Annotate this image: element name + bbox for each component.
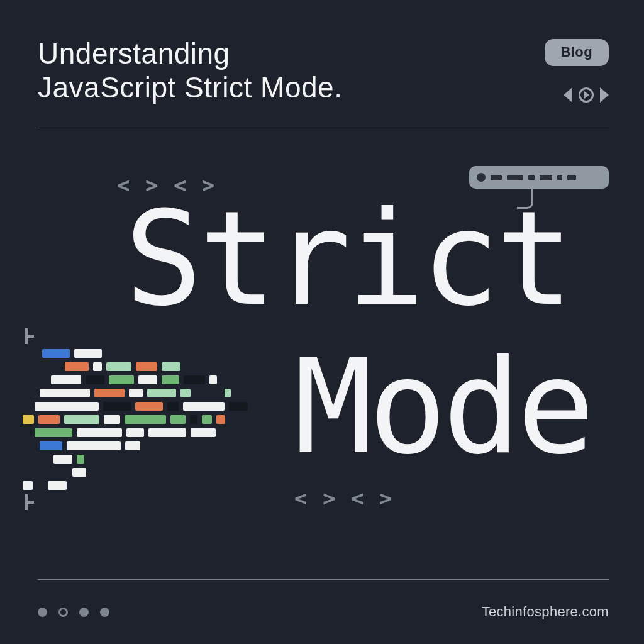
code-row [23, 389, 280, 397]
code-token [77, 455, 84, 464]
code-token [136, 362, 157, 371]
play-icon[interactable] [579, 87, 594, 103]
code-token [104, 415, 120, 424]
code-token [74, 349, 102, 358]
blog-hero-card: Understanding JavaScript Strict Mode. Bl… [0, 0, 644, 644]
code-token [191, 428, 216, 437]
code-token [48, 481, 67, 490]
code-token [38, 415, 60, 424]
code-token [147, 389, 176, 397]
category-pill[interactable]: Blog [545, 39, 609, 66]
pagination-dots [38, 608, 109, 617]
code-token [125, 415, 166, 424]
code-row [23, 349, 280, 358]
code-token [37, 481, 43, 490]
code-token [35, 428, 72, 437]
dot-icon[interactable] [79, 608, 89, 617]
code-row [23, 415, 280, 424]
code-token [23, 375, 47, 384]
bracket-glyph-icon [25, 494, 28, 510]
code-token [86, 375, 104, 384]
code-token [202, 415, 212, 424]
code-token [103, 402, 131, 411]
code-token [23, 349, 38, 358]
code-token [23, 402, 30, 411]
code-token [195, 389, 220, 397]
code-token [138, 375, 157, 384]
code-token [209, 375, 217, 384]
code-token [77, 428, 122, 437]
code-token [135, 402, 163, 411]
code-token [67, 441, 121, 450]
bracket-glyph-icon [25, 328, 28, 344]
code-token [190, 415, 197, 424]
code-row [23, 455, 280, 464]
code-token [23, 415, 34, 424]
code-token [167, 402, 179, 411]
code-token [180, 389, 191, 397]
dot-icon[interactable] [100, 608, 109, 617]
code-token [184, 375, 205, 384]
code-token [148, 428, 186, 437]
code-row [23, 468, 280, 477]
title-line-2: JavaScript Strict Mode. [38, 71, 342, 104]
code-row [23, 375, 280, 384]
code-token [129, 389, 143, 397]
code-token [126, 428, 144, 437]
hero-art: < > < > Strict Mode < > < > [38, 143, 609, 546]
prev-icon[interactable] [564, 87, 572, 103]
code-token [42, 349, 70, 358]
hero-word-mode: Mode [294, 332, 591, 483]
dot-icon[interactable] [58, 608, 68, 617]
code-token [51, 375, 81, 384]
code-row [23, 428, 280, 437]
code-row [23, 402, 280, 411]
angle-brackets-icon: < > < > [294, 486, 393, 511]
code-token [125, 441, 140, 450]
code-token [72, 468, 86, 477]
code-token [23, 441, 35, 450]
code-row [23, 362, 280, 371]
code-token [65, 362, 89, 371]
code-snippet-art [23, 331, 280, 508]
code-token [225, 389, 231, 397]
code-token [64, 415, 99, 424]
code-token [109, 375, 134, 384]
code-token [53, 455, 72, 464]
code-token [229, 402, 248, 411]
code-token [170, 415, 186, 424]
code-token [94, 389, 125, 397]
brand-label[interactable]: Techinfosphere.com [482, 604, 609, 620]
hero-word-strict: Strict [125, 184, 570, 335]
code-token [216, 415, 225, 424]
footer-row: Techinfosphere.com [38, 604, 609, 620]
title-line-1: Understanding [38, 37, 230, 70]
code-token [23, 362, 60, 371]
code-token [93, 362, 102, 371]
dot-icon[interactable] [38, 608, 47, 617]
page-title: Understanding JavaScript Strict Mode. [38, 36, 342, 105]
code-token [23, 481, 33, 490]
code-token [23, 389, 35, 397]
code-token [23, 455, 49, 464]
code-token [106, 362, 131, 371]
code-token [35, 402, 99, 411]
code-token [162, 375, 179, 384]
code-token [23, 428, 30, 437]
code-token [23, 468, 68, 477]
code-token [183, 402, 225, 411]
next-icon[interactable] [600, 87, 609, 103]
header-row: Understanding JavaScript Strict Mode. Bl… [38, 36, 609, 105]
code-token [40, 389, 90, 397]
code-token [162, 362, 180, 371]
code-row [23, 441, 280, 450]
divider-top [38, 128, 609, 128]
media-controls [564, 87, 609, 103]
header-right: Blog [545, 36, 609, 103]
code-token [40, 441, 62, 450]
divider-bottom [38, 579, 609, 580]
code-row [23, 481, 280, 490]
